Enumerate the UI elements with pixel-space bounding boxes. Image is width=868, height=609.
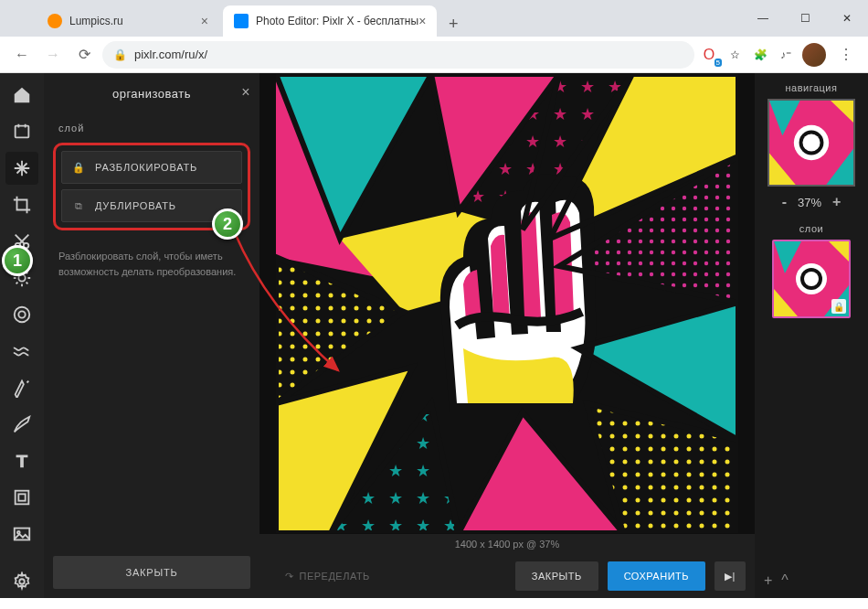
menu-button[interactable]: ⋮ xyxy=(833,42,859,68)
open-tool[interactable] xyxy=(5,115,38,148)
puzzle-ext-icon[interactable]: 🧩 xyxy=(751,46,769,64)
svg-point-44 xyxy=(804,272,819,286)
layers-footer: + ^ xyxy=(755,563,868,598)
layer-thumbnail[interactable]: 🔒 xyxy=(772,240,851,318)
organize-panel: организовать × слой 🔒 РАЗБЛОКИРОВАТЬ ⧉ Д… xyxy=(44,73,259,598)
zoom-value: 37% xyxy=(798,196,821,209)
unlock-button[interactable]: 🔒 РАЗБЛОКИРОВАТЬ xyxy=(61,151,242,184)
panel-title: организовать xyxy=(112,87,191,101)
crop-tool[interactable] xyxy=(5,188,38,221)
zoom-in-button[interactable]: + xyxy=(832,194,841,210)
new-tab-button[interactable]: + xyxy=(440,11,466,37)
layer-options-button[interactable]: ^ xyxy=(781,572,789,589)
zoom-controls: - 37% + xyxy=(782,187,842,218)
navigation-label: навигация xyxy=(755,73,868,99)
layer-lock-icon: 🔒 xyxy=(831,299,846,314)
svg-point-10 xyxy=(19,579,25,584)
image-tool[interactable] xyxy=(5,518,38,550)
home-tool[interactable] xyxy=(5,79,38,112)
export-button[interactable]: ▶| xyxy=(715,561,746,591)
star-icon[interactable]: ☆ xyxy=(725,46,744,64)
pixlr-app: организовать × слой 🔒 РАЗБЛОКИРОВАТЬ ⧉ Д… xyxy=(0,73,868,598)
close-button[interactable]: ЗАКРЫТЬ xyxy=(515,561,598,591)
back-button[interactable]: ← xyxy=(9,42,35,68)
panel-close-icon[interactable]: × xyxy=(241,84,250,101)
reload-button[interactable]: ⟳ xyxy=(71,42,97,68)
right-panel: навигация - 37% + слои xyxy=(755,73,868,598)
tab-title: Lumpics.ru xyxy=(69,15,123,27)
retouch-tool[interactable] xyxy=(5,371,38,404)
extension-icons: O 5 ☆ 🧩 ♪⁼ ⋮ xyxy=(700,42,859,68)
lock-icon: 🔒 xyxy=(113,48,127,61)
annotation-marker-1: 1 xyxy=(2,245,33,276)
favicon-lumpics xyxy=(48,14,62,28)
tab-close-icon[interactable]: × xyxy=(201,14,208,28)
element-tool[interactable] xyxy=(5,481,38,514)
svg-point-5 xyxy=(18,311,25,317)
profile-avatar[interactable] xyxy=(802,43,826,67)
window-close[interactable]: ✕ xyxy=(826,0,868,37)
duplicate-label: ДУБЛИРОВАТЬ xyxy=(95,200,176,211)
svg-rect-7 xyxy=(18,494,25,500)
add-layer-button[interactable]: + xyxy=(764,572,772,589)
panel-close-button[interactable]: ЗАКРЫТЬ xyxy=(53,556,250,589)
annotation-arrow xyxy=(228,224,356,379)
url-text: pixlr.com/ru/x/ xyxy=(134,48,207,61)
lock-icon: 🔒 xyxy=(71,162,86,174)
left-toolbar xyxy=(0,73,44,598)
tab-title: Photo Editor: Pixlr X - бесплатны xyxy=(256,15,418,27)
canvas-status: 1400 x 1400 px @ 37% xyxy=(259,534,755,554)
text-tool[interactable] xyxy=(5,444,38,477)
annotation-marker-2: 2 xyxy=(212,208,243,240)
save-button[interactable]: СОХРАНИТЬ xyxy=(608,561,705,591)
unlock-label: РАЗБЛОКИРОВАТЬ xyxy=(95,162,197,173)
forward-button[interactable]: → xyxy=(40,42,66,68)
favicon-pixlr xyxy=(234,14,249,28)
browser-tabs: Lumpics.ru × Photo Editor: Pixlr X - бес… xyxy=(0,0,868,37)
redo-button[interactable]: ↷ ПЕРЕДЕЛАТЬ xyxy=(269,561,386,591)
window-minimize[interactable]: — xyxy=(742,0,784,37)
svg-point-4 xyxy=(15,307,30,323)
opera-ext-icon[interactable]: O 5 xyxy=(700,46,718,64)
address-bar-row: ← → ⟳ 🔒 pixlr.com/ru/x/ O 5 ☆ 🧩 ♪⁼ ⋮ xyxy=(0,37,868,73)
navigation-thumbnail[interactable] xyxy=(767,99,855,187)
draw-tool[interactable] xyxy=(5,408,38,441)
tab-lumpics[interactable]: Lumpics.ru × xyxy=(37,5,219,37)
svg-rect-8 xyxy=(15,529,30,540)
panel-header: организовать × xyxy=(44,73,259,113)
panel-help-text: Разблокировать слой, чтобы иметь возможн… xyxy=(44,240,259,288)
svg-rect-6 xyxy=(16,491,29,505)
liquify-tool[interactable] xyxy=(5,335,38,368)
music-ext-icon[interactable]: ♪⁼ xyxy=(777,46,795,64)
zoom-out-button[interactable]: - xyxy=(782,194,787,210)
svg-point-36 xyxy=(802,134,820,151)
window-controls: — ☐ ✕ xyxy=(742,0,868,37)
layers-label: слои xyxy=(799,218,823,240)
url-bar[interactable]: 🔒 pixlr.com/ru/x/ xyxy=(102,41,694,69)
panel-section-label: слой xyxy=(44,113,259,143)
effect-tool[interactable] xyxy=(5,298,38,331)
settings-tool[interactable] xyxy=(5,565,38,598)
svg-rect-0 xyxy=(16,126,29,138)
arrange-tool[interactable] xyxy=(5,152,38,185)
copy-icon: ⧉ xyxy=(71,200,86,212)
tab-pixlr[interactable]: Photo Editor: Pixlr X - бесплатны × xyxy=(223,5,437,37)
tab-close-icon[interactable]: × xyxy=(418,14,426,28)
window-maximize[interactable]: ☐ xyxy=(784,0,826,37)
canvas-action-bar: ↷ ПЕРЕДЕЛАТЬ ЗАКРЫТЬ СОХРАНИТЬ ▶| xyxy=(259,554,755,598)
